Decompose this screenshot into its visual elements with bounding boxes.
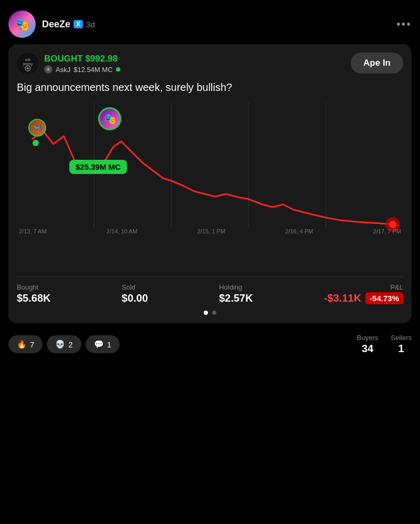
stat-pnl: P&L -$3.11K -54.73% [324,283,403,304]
x-label-1: 2/13, 7 AM [19,228,47,234]
pnl-badge: -54.73% [365,292,403,304]
bought-label: BOUGHT $992.98 [44,54,120,64]
skull-icon: 💀 [55,340,65,349]
pagination-dot-1[interactable] [204,311,208,315]
username[interactable]: DeeZe [42,19,70,30]
svg-point-14 [389,221,396,228]
skull-button[interactable]: 💀 2 [47,335,81,353]
svg-text:ask: ask [25,58,31,61]
comment-button[interactable]: 💬 1 [86,335,120,353]
entry-point-dot [33,140,39,146]
stat-sold: Sold $0.00 [122,283,148,304]
buyers-value: 34 [357,343,378,355]
bought-value: $5.68K [17,292,51,304]
user-meta: DeeZe X 3d [42,19,95,30]
comment-icon: 💬 [94,340,104,349]
pagination-dot-2[interactable] [212,311,216,315]
stat-bought: Bought $5.68K [17,283,51,304]
buyers-sellers: Buyers 34 Sellers 1 [357,334,412,355]
buyers-label: Buyers [357,334,378,342]
pnl-group: -$3.11K -54.73% [324,292,403,304]
fire-count: 7 [30,340,34,349]
card-header-left: ask jimmy BOUGHT $992.98 [17,53,120,75]
holding-value: $2.57K [219,292,253,304]
sellers-value: 1 [391,343,412,355]
post-footer: 🔥 7 💀 2 💬 1 Buyers 34 Sellers 1 [8,334,412,355]
buyers-group: Buyers 34 [357,334,378,355]
market-cap: $12.54M MC [74,66,112,74]
avatar[interactable]: 🎭 [8,11,36,38]
x-label-4: 2/16, 4 PM [285,228,313,234]
live-dot [116,67,120,71]
post-caption: Big announcements next week, surely bull… [17,80,403,95]
more-options-button[interactable]: ••• [396,17,412,31]
token-avatar: ask jimmy [17,53,39,75]
chart-avatar-main: 🎭 [98,107,121,130]
fire-button[interactable]: 🔥 7 [8,335,43,353]
action-buttons: 🔥 7 💀 2 💬 1 [8,335,120,353]
x-label-5: 2/17, 7 PM [373,228,401,234]
x-label-3: 2/15, 1 PM [197,228,225,234]
user-info-group: 🎭 DeeZe X 3d [8,11,95,38]
stat-holding: Holding $2.57K [219,283,253,304]
post-header: 🎭 DeeZe X 3d ••• [8,11,412,38]
token-meta: AskJ $12.54M MC [44,65,120,74]
sellers-group: Sellers 1 [391,334,412,355]
mc-bubble: $25.39M MC [69,160,127,174]
token-name: AskJ [56,66,70,74]
comment-count: 1 [107,340,111,349]
x-axis: 2/13, 7 AM 2/14, 10 AM 2/15, 1 PM 2/16, … [17,228,403,234]
sold-label: Sold [122,283,148,291]
chart-avatar-buy: 🎮 [28,119,46,137]
holding-label: Holding [219,283,253,291]
x-label-2: 2/14, 10 AM [107,228,138,234]
ape-in-button[interactable]: Ape In [351,53,403,74]
pagination [17,311,403,315]
bought-label: Bought [17,283,51,291]
x-badge: X [74,20,83,28]
pnl-label: P&L [324,283,403,291]
time-ago: 3d [86,20,95,29]
trade-card: ask jimmy BOUGHT $992.98 [8,44,412,323]
stats-row: Bought $5.68K Sold $0.00 Holding $2.57K … [17,276,403,304]
sold-value: $0.00 [122,292,148,304]
sellers-label: Sellers [391,334,412,342]
token-info: BOUGHT $992.98 AskJ $12.54M MC [44,54,120,74]
pnl-value: -$3.11K [324,292,361,304]
price-chart: 🎮 🎭 $25.39M MC 2/13, 7 AM 2/14, 10 AM 2/… [17,102,403,270]
chart-svg [17,102,403,249]
token-icon [44,65,52,74]
skull-count: 2 [68,340,72,349]
card-header: ask jimmy BOUGHT $992.98 [17,53,403,75]
fire-icon: 🔥 [17,340,27,349]
